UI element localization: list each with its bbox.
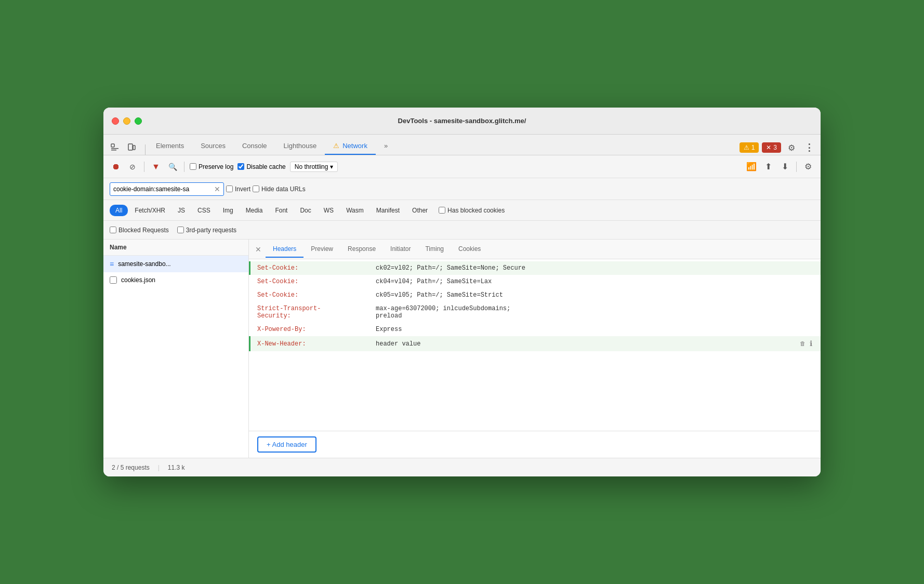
header-row-set-cookie-1: Set-Cookie: ck02=vl02; Path=/; SameSite=… (249, 261, 821, 275)
svg-rect-3 (128, 144, 133, 150)
hide-data-urls-label[interactable]: Hide data URLs (253, 185, 306, 193)
tab-more[interactable]: » (376, 138, 396, 155)
type-filter-img[interactable]: Img (217, 205, 239, 216)
upload-icon[interactable]: ⬆ (762, 161, 774, 173)
type-filter-fetch-xhr[interactable]: Fetch/XHR (129, 205, 171, 216)
svg-rect-4 (133, 145, 135, 150)
filter-input-wrap[interactable]: ✕ (110, 182, 224, 196)
header-row-set-cookie-3: Set-Cookie: ck05=vl05; Path=/; SameSite=… (249, 288, 821, 302)
network-settings-icon[interactable]: ⚙ (802, 161, 814, 173)
type-filter-manifest[interactable]: Manifest (371, 205, 405, 216)
titlebar: DevTools - samesite-sandbox.glitch.me/ (103, 108, 821, 135)
status-bar: 2 / 5 requests | 11.3 k (103, 458, 821, 476)
has-blocked-cookies-checkbox[interactable] (439, 207, 445, 214)
window-title: DevTools - samesite-sandbox.glitch.me/ (398, 117, 526, 125)
traffic-lights (112, 117, 142, 125)
status-separator: | (158, 464, 160, 471)
close-detail-icon[interactable]: ✕ (253, 244, 263, 255)
devtools-window: DevTools - samesite-sandbox.glitch.me/ E… (103, 108, 821, 476)
filter-row: ✕ Invert Hide data URLs (103, 178, 821, 200)
header-row-set-cookie-2: Set-Cookie: ck04=vl04; Path=/; SameSite=… (249, 275, 821, 288)
detail-tab-cookies[interactable]: Cookies (451, 241, 488, 258)
hide-data-urls-checkbox[interactable] (253, 185, 259, 192)
main-area: Name ≡ samesite-sandbo... cookies.json ✕… (103, 240, 821, 458)
third-party-checkbox[interactable] (177, 227, 184, 233)
detail-tab-initiator[interactable]: Initiator (383, 241, 418, 258)
type-filter-other[interactable]: Other (406, 205, 433, 216)
download-icon[interactable]: ⬇ (778, 161, 791, 173)
network-toolbar: ⏺ ⊘ ▼ 🔍 Preserve log Disable cache No th… (103, 155, 821, 178)
tab-network[interactable]: ⚠ Network (325, 138, 376, 155)
type-filter-doc[interactable]: Doc (294, 205, 316, 216)
blocked-requests-row: Blocked Requests 3rd-party requests (103, 221, 821, 240)
throttle-select[interactable]: No throttling ▾ (290, 162, 338, 172)
svg-rect-1 (111, 148, 118, 149)
has-blocked-cookies-label[interactable]: Has blocked cookies (439, 207, 505, 214)
type-filter-js[interactable]: JS (172, 205, 191, 216)
wifi-icon[interactable]: 📶 (745, 161, 758, 173)
select-tool-icon[interactable] (108, 140, 122, 155)
filter-clear-icon[interactable]: ✕ (214, 185, 220, 193)
detail-tabs: ✕ Headers Preview Response Initiator Tim… (249, 240, 821, 259)
info-icon[interactable]: ℹ (810, 339, 812, 348)
tab-separator (145, 144, 146, 155)
status-requests: 2 / 5 requests (112, 464, 150, 471)
settings-icon[interactable]: ⚙ (784, 140, 799, 155)
more-options-icon[interactable]: ⋮ (802, 140, 816, 155)
blocked-requests-checkbox[interactable] (110, 227, 116, 233)
disable-cache-checkbox[interactable]: Disable cache (237, 163, 285, 170)
record-button[interactable]: ⏺ (110, 161, 122, 173)
tab-lighthouse[interactable]: Lighthouse (275, 138, 325, 155)
detail-tab-response[interactable]: Response (340, 241, 383, 258)
close-button[interactable] (112, 117, 119, 125)
svg-rect-2 (111, 150, 116, 151)
detail-tab-timing[interactable]: Timing (418, 241, 451, 258)
header-row-x-new-header: X-New-Header: header value 🗑 ℹ (249, 336, 821, 351)
invert-checkbox-label[interactable]: Invert (226, 185, 250, 193)
add-header-area: + Add header (249, 431, 821, 458)
tab-sources[interactable]: Sources (192, 138, 234, 155)
maximize-button[interactable] (135, 117, 142, 125)
detail-tab-preview[interactable]: Preview (303, 241, 340, 258)
type-filter-row: All Fetch/XHR JS CSS Img Media Font Doc … (103, 200, 821, 221)
tab-elements[interactable]: Elements (148, 138, 192, 155)
header-row-strict-transport: Strict-Transport-Security: max-age=63072… (249, 302, 821, 323)
toolbar-separator-1 (144, 162, 144, 172)
file-item-cookies-json[interactable]: cookies.json (103, 272, 248, 288)
type-filter-ws[interactable]: WS (318, 205, 339, 216)
blocked-requests-label[interactable]: Blocked Requests (110, 227, 169, 234)
filter-input[interactable] (113, 185, 214, 193)
minimize-button[interactable] (123, 117, 130, 125)
tab-console[interactable]: Console (234, 138, 275, 155)
file-document-icon: ≡ (110, 260, 114, 268)
search-icon[interactable]: 🔍 (166, 161, 179, 173)
file-list-panel: Name ≡ samesite-sandbo... cookies.json (103, 240, 249, 458)
file-item-samesite[interactable]: ≡ samesite-sandbo... (103, 256, 248, 272)
clear-button[interactable]: ⊘ (126, 161, 139, 173)
status-size: 11.3 k (168, 464, 185, 471)
type-filter-css[interactable]: CSS (192, 205, 216, 216)
file-list-header: Name (103, 240, 248, 256)
detail-tab-headers[interactable]: Headers (266, 241, 303, 258)
file-item-checkbox[interactable] (110, 276, 117, 284)
type-filter-media[interactable]: Media (240, 205, 269, 216)
add-header-button[interactable]: + Add header (257, 436, 316, 453)
toolbar-separator-2 (184, 162, 184, 172)
tab-bar: Elements Sources Console Lighthouse ⚠ Ne… (103, 135, 821, 155)
type-filter-wasm[interactable]: Wasm (340, 205, 369, 216)
preserve-log-checkbox[interactable]: Preserve log (190, 163, 233, 170)
device-toolbar-icon[interactable] (124, 140, 139, 155)
warning-badge[interactable]: ⚠ 1 (740, 142, 759, 153)
type-filter-all[interactable]: All (110, 205, 128, 216)
throttle-dropdown-icon: ▾ (330, 163, 333, 170)
filter-icon[interactable]: ▼ (150, 161, 162, 173)
toolbar-separator-3 (796, 162, 797, 172)
invert-checkbox[interactable] (226, 185, 233, 192)
detail-panel: ✕ Headers Preview Response Initiator Tim… (249, 240, 821, 458)
header-row-x-powered-by: X-Powered-By: Express (249, 323, 821, 336)
error-badge[interactable]: ✕ 3 (762, 142, 781, 153)
third-party-requests-label[interactable]: 3rd-party requests (177, 227, 236, 234)
trash-icon[interactable]: 🗑 (800, 340, 806, 347)
type-filter-font[interactable]: Font (269, 205, 293, 216)
svg-rect-0 (111, 144, 114, 147)
